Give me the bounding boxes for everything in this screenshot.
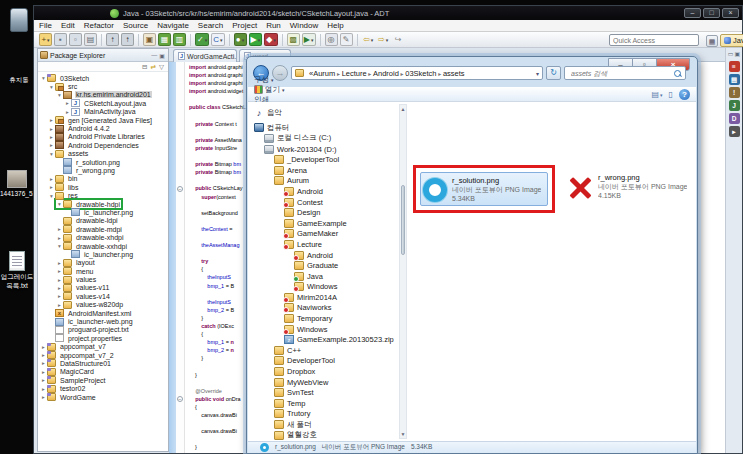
nav-tree-item[interactable]: zGameExample.20130523.zip [248,334,398,345]
console-view-icon[interactable]: ▸ [729,126,740,137]
menu-source[interactable]: Source [123,21,148,30]
close-button[interactable]: × [722,8,739,18]
editor-tab[interactable]: JWordGameActi... [173,49,237,62]
restore-editor-icon[interactable]: ▭ [728,50,734,57]
tree-item[interactable]: ▸menu [38,267,168,275]
open-perspective-icon[interactable]: ▦ [706,35,718,47]
collapsed-arrow-icon[interactable]: ▸ [40,343,47,351]
nav-tree-item[interactable]: Design [248,207,398,218]
collapsed-arrow-icon[interactable]: ▸ [40,351,47,359]
nav-tree-item[interactable]: Mirim2014A [248,292,398,303]
nav-tree-item[interactable]: Windows [248,282,398,293]
nav-tree-item[interactable]: Graduate [248,260,398,271]
expanded-arrow-icon[interactable]: ▾ [48,83,55,91]
tree-item[interactable]: ▸MainActivity.java [38,108,168,116]
nav-tree-item[interactable]: 로컬 디스크 (C:) [248,133,398,144]
nav-tree-item[interactable]: _DeveloperTool [248,154,398,165]
nav-tree-item[interactable]: C++ [248,345,398,356]
tree-item[interactable]: ▾drawable-xxhdpi [38,242,168,250]
tree-item[interactable]: ▸Android 4.4.2 [38,124,168,132]
problems-view-icon[interactable]: ! [729,87,740,98]
change-view-icon[interactable]: ▤▾ [652,90,663,99]
android-sdk-manager-icon[interactable]: ▦ [158,33,171,46]
task-list-view-icon[interactable]: ▤ [729,74,740,85]
collapsed-arrow-icon[interactable]: ▸ [56,267,63,275]
android-avd-manager-icon[interactable]: ▥ [173,33,186,46]
expanded-arrow-icon[interactable]: ▾ [48,192,55,200]
nav-tree-item[interactable]: Trutory [248,409,398,420]
tree-item[interactable]: ▸DataStructure01 [38,359,168,367]
breadcrumb-item[interactable]: Aurum [313,69,335,78]
nav-pane-scrollbar[interactable]: ▲ ▼ [399,104,407,439]
tree-item[interactable]: AndroidManifest.xml [38,309,168,317]
collapsed-arrow-icon[interactable]: ▸ [56,259,63,267]
collapsed-arrow-icon[interactable]: ▸ [48,175,55,183]
collapse-all-icon[interactable]: ⊟ [142,63,147,71]
minimize-button[interactable]: – [684,8,701,18]
breadcrumb-item[interactable]: assets [443,69,465,78]
expanded-arrow-icon[interactable]: ▾ [48,150,55,158]
quick-access-input[interactable] [609,34,699,46]
debug-icon[interactable]: ●▾ [234,33,247,46]
expanded-arrow-icon[interactable]: ▾ [56,91,63,99]
nav-tree-item[interactable]: Windows [248,324,398,335]
tree-item[interactable]: ▸layout [38,259,168,267]
collapsed-arrow-icon[interactable]: ▸ [40,368,47,376]
tree-item[interactable]: ▸appcompat_v7 [38,343,168,351]
command-0[interactable]: 구성▾ [254,75,285,85]
new-wizard-icon[interactable]: +▾ [39,33,52,46]
collapsed-arrow-icon[interactable]: ▸ [48,141,55,149]
search-box[interactable] [564,66,686,80]
nav-tree-item[interactable]: MyWebView [248,377,398,388]
collapsed-arrow-icon[interactable]: ▸ [48,116,55,124]
tree-item[interactable]: ▸values-v14 [38,292,168,300]
menu-navigate[interactable]: Navigate [157,21,189,30]
maximize-editor-icon[interactable]: ▣ [735,50,741,57]
view-menu-icon[interactable]: ▽ [159,63,164,71]
print-icon[interactable]: ▤ [84,33,97,46]
menu-refactor[interactable]: Refactor [84,21,114,30]
nav-tree-item[interactable]: ♪음악 [248,108,398,119]
file-tile[interactable]: r_wrong.png네이버 포토뷰어 PNG Image4.15KB [564,169,692,205]
tree-item[interactable]: ▸drawable-mdpi [38,225,168,233]
tree-item[interactable]: ▸WordGame [38,393,168,401]
tree-item[interactable]: ▾assets [38,150,168,158]
menu-search[interactable]: Search [198,21,223,30]
tree-item[interactable]: drawable-ldpi [38,217,168,225]
collapsed-arrow-icon[interactable]: ▸ [56,292,63,300]
tree-item[interactable]: project.properties [38,334,168,342]
collapsed-arrow-icon[interactable]: ▸ [48,183,55,191]
lint-check-icon[interactable]: ✓▾ [195,33,209,46]
desktop-icon-text-file[interactable]: 업그레이드 목록.txt [0,251,34,291]
collapsed-arrow-icon[interactable]: ▸ [40,385,47,393]
help-icon[interactable]: ? [679,89,690,100]
tree-item[interactable]: ▾src [38,82,168,90]
annotate-icon[interactable]: ✎ [340,33,353,46]
tree-item[interactable]: ▸drawable-xhdpi [38,233,168,241]
scroll-up-icon[interactable]: ▲ [400,105,406,113]
tree-item[interactable]: ▾kr.hs.emirim.android201 [38,91,168,99]
nav-tree-item[interactable]: SvnTest [248,387,398,398]
scrollbar-thumb[interactable] [401,185,405,255]
tree-item[interactable]: ▸values-w820dp [38,301,168,309]
address-dropdown-icon[interactable]: ▾ [536,70,539,77]
collapsed-arrow-icon[interactable]: ▸ [40,393,47,401]
tree-item[interactable]: proguard-project.txt [38,326,168,334]
breadcrumb-item[interactable]: Android [373,69,399,78]
menu-window[interactable]: Window [290,21,318,30]
tree-item[interactable]: ▸SampleProject [38,376,168,384]
nav-tree-item[interactable]: Work-201304 (D:) [248,144,398,155]
tree-item[interactable]: ▸values [38,275,168,283]
minimize-view-icon[interactable]: — [151,52,157,58]
collapsed-arrow-icon[interactable]: ▸ [40,359,47,367]
tree-item[interactable]: ▸MagicCard [38,368,168,376]
nav-tree-item[interactable]: Dropbox [248,366,398,377]
tree-item[interactable]: ▸values-v11 [38,284,168,292]
collapsed-arrow-icon[interactable]: ▸ [56,276,63,284]
collapsed-arrow-icon[interactable]: ▸ [56,225,63,233]
menu-help[interactable]: Help [327,21,343,30]
menu-project[interactable]: Project [232,21,257,30]
command-1[interactable]: 열기▾ [254,85,285,95]
collapsed-arrow-icon[interactable]: ▸ [56,234,63,242]
search-icon[interactable]: ◎ [325,33,338,46]
